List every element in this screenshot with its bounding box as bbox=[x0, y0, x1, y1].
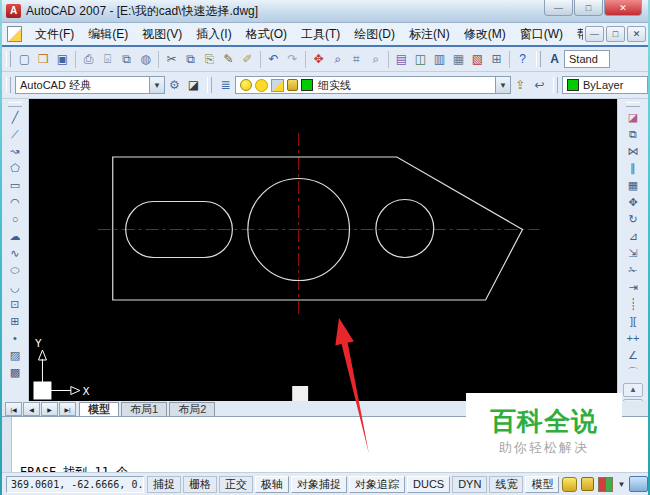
toolbar-scroll-up-button[interactable]: ▲ bbox=[623, 383, 643, 397]
coordinates-readout[interactable]: 369.0601, -62.6666, 0.0000 bbox=[6, 476, 144, 493]
mdi-minimize-button[interactable]: — bbox=[585, 26, 604, 42]
zoom-realtime-button[interactable]: ⌕ bbox=[328, 50, 347, 69]
menu-help[interactable]: 帮助(H) bbox=[570, 24, 583, 45]
tray-arrow-icon[interactable]: ▼ bbox=[617, 480, 625, 489]
toolbar-grip[interactable] bbox=[626, 102, 640, 107]
snap-toggle[interactable]: 捕捉 bbox=[147, 476, 181, 493]
scale-button[interactable]: ⊿ bbox=[622, 228, 644, 245]
menu-dimension[interactable]: 标注(N) bbox=[402, 24, 457, 45]
chevron-down-icon[interactable]: ▼ bbox=[495, 77, 510, 93]
toolbar-grip[interactable] bbox=[6, 77, 11, 93]
menu-draw[interactable]: 绘图(D) bbox=[347, 24, 402, 45]
rotate-button[interactable]: ↻ bbox=[622, 211, 644, 228]
point-button[interactable]: • bbox=[4, 330, 26, 347]
menu-view[interactable]: 视图(V) bbox=[135, 24, 189, 45]
my-workspace-button[interactable]: ◪ bbox=[184, 76, 203, 95]
layer-dropdown[interactable]: 细实线 ▼ bbox=[235, 76, 511, 94]
trim-button[interactable]: ✁ bbox=[622, 262, 644, 279]
text-style-button[interactable]: A bbox=[545, 50, 564, 69]
toolbar-grip[interactable] bbox=[553, 77, 558, 93]
publish-button[interactable]: ⧉ bbox=[117, 50, 136, 69]
close-button[interactable]: ✕ bbox=[604, 0, 642, 16]
designcenter-button[interactable]: ◫ bbox=[411, 50, 430, 69]
lwt-toggle[interactable]: 线宽 bbox=[489, 476, 523, 493]
workspace-settings-button[interactable]: ⚙ bbox=[165, 76, 184, 95]
menu-window[interactable]: 窗口(W) bbox=[513, 24, 570, 45]
menu-tools[interactable]: 工具(T) bbox=[294, 24, 347, 45]
tab-nav-prev-button[interactable]: ◀ bbox=[23, 402, 40, 416]
menu-file[interactable]: 文件(F) bbox=[28, 24, 81, 45]
join-button[interactable]: ++ bbox=[622, 330, 644, 347]
chevron-down-icon[interactable]: ▼ bbox=[149, 77, 164, 93]
tab-model[interactable]: 模型 bbox=[79, 402, 119, 416]
color-control-dropdown[interactable]: ByLayer bbox=[562, 76, 648, 94]
redo-button[interactable]: ↷ bbox=[283, 50, 302, 69]
mdi-close-button[interactable]: ✕ bbox=[627, 26, 646, 42]
stretch-button[interactable]: ⇲ bbox=[622, 245, 644, 262]
open-button[interactable]: ❒ bbox=[34, 50, 53, 69]
otrack-toggle[interactable]: 对象追踪 bbox=[349, 476, 405, 493]
plot-button[interactable]: ⎙ bbox=[79, 50, 98, 69]
line-button[interactable]: ╱ bbox=[4, 109, 26, 126]
layer-lock-icon[interactable] bbox=[287, 79, 298, 91]
menu-edit[interactable]: 编辑(E) bbox=[81, 24, 135, 45]
tab-layout1[interactable]: 布局1 bbox=[121, 402, 167, 416]
copy-object-button[interactable]: ⧉ bbox=[622, 126, 644, 143]
undo-button[interactable]: ↶ bbox=[264, 50, 283, 69]
layer-on-bulb-icon[interactable] bbox=[240, 79, 252, 91]
help-button[interactable]: ? bbox=[513, 50, 532, 69]
gradient-button[interactable]: ▩ bbox=[4, 364, 26, 381]
quickcalc-button[interactable]: ⊞ bbox=[487, 50, 506, 69]
offset-button[interactable]: ∥ bbox=[622, 160, 644, 177]
pan-button[interactable]: ✥ bbox=[309, 50, 328, 69]
clean-screen-button[interactable] bbox=[629, 476, 648, 492]
fillet-button[interactable]: ⌒ bbox=[622, 364, 644, 381]
tool-palettes-button[interactable]: ▥ bbox=[430, 50, 449, 69]
model-toggle[interactable]: 模型 bbox=[525, 476, 559, 493]
new-button[interactable]: ▢ bbox=[15, 50, 34, 69]
copy-button[interactable]: ⧉ bbox=[181, 50, 200, 69]
save-button[interactable]: ▣ bbox=[53, 50, 72, 69]
communication-center-icon[interactable] bbox=[562, 477, 577, 492]
workspace-dropdown[interactable]: AutoCAD 经典 ▼ bbox=[15, 76, 165, 94]
3d-dwf-button[interactable]: ◍ bbox=[136, 50, 155, 69]
standards-icon[interactable] bbox=[598, 477, 613, 492]
paste-button[interactable]: ⎘ bbox=[200, 50, 219, 69]
circle-button[interactable]: ○ bbox=[4, 211, 26, 228]
dyn-toggle[interactable]: DYN bbox=[452, 476, 487, 493]
mdi-restore-button[interactable]: □ bbox=[606, 26, 625, 42]
minimize-button[interactable]: — bbox=[544, 0, 573, 16]
make-block-button[interactable]: ⊞ bbox=[4, 313, 26, 330]
arc-button[interactable]: ◠ bbox=[4, 194, 26, 211]
menu-modify[interactable]: 修改(M) bbox=[457, 24, 513, 45]
maximize-button[interactable]: □ bbox=[574, 0, 603, 16]
layer-properties-manager-button[interactable]: ≣ bbox=[216, 76, 235, 95]
tab-nav-first-button[interactable]: |◀ bbox=[5, 402, 22, 416]
polyline-button[interactable]: ↝ bbox=[4, 143, 26, 160]
ellipse-button[interactable]: ⬭ bbox=[4, 262, 26, 279]
array-button[interactable]: ▦ bbox=[622, 177, 644, 194]
grid-toggle[interactable]: 栅格 bbox=[183, 476, 217, 493]
toolbar-grip[interactable] bbox=[8, 102, 22, 107]
cut-button[interactable]: ✂ bbox=[162, 50, 181, 69]
polar-toggle[interactable]: 极轴 bbox=[255, 476, 289, 493]
drawing-canvas[interactable]: YX bbox=[29, 99, 617, 401]
command-window-grip[interactable] bbox=[2, 417, 12, 472]
layer-freeze-sun-icon[interactable] bbox=[255, 79, 268, 92]
zoom-previous-button[interactable]: ⌕ bbox=[366, 50, 385, 69]
toolbar-grip[interactable] bbox=[536, 51, 541, 67]
break-button[interactable]: ][ bbox=[622, 313, 644, 330]
toolbar-lock-icon[interactable] bbox=[581, 477, 594, 491]
ducs-toggle[interactable]: DUCS bbox=[407, 476, 450, 493]
erase-button[interactable]: ◪ bbox=[622, 109, 644, 126]
revcloud-button[interactable]: ☁ bbox=[4, 228, 26, 245]
spline-button[interactable]: ∿ bbox=[4, 245, 26, 262]
markup-button[interactable]: ▧ bbox=[468, 50, 487, 69]
menu-insert[interactable]: 插入(I) bbox=[189, 24, 238, 45]
construction-line-button[interactable]: ⟋ bbox=[4, 126, 26, 143]
text-style-dropdown[interactable]: Stand bbox=[564, 50, 610, 68]
hatch-button[interactable]: ▨ bbox=[4, 347, 26, 364]
rectangle-button[interactable]: ▭ bbox=[4, 177, 26, 194]
polygon-button[interactable]: ⬠ bbox=[4, 160, 26, 177]
block-editor-button[interactable]: ✐ bbox=[238, 50, 257, 69]
